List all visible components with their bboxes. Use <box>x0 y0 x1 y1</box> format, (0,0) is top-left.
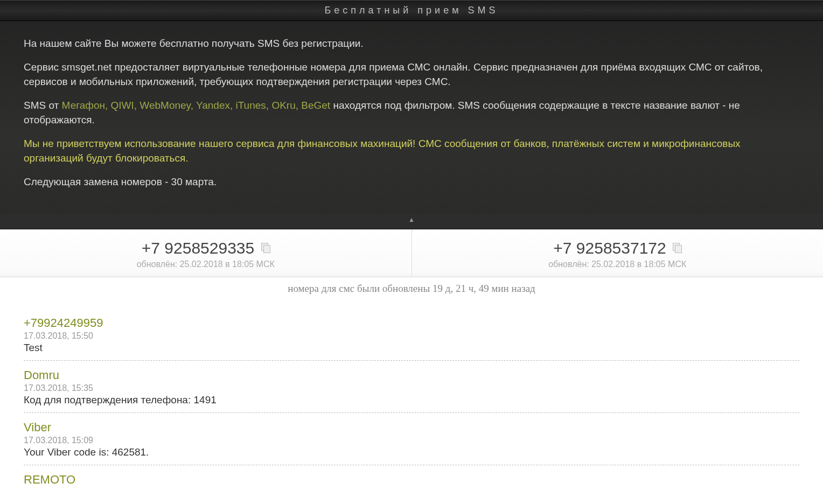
intro-p3-prefix: SMS от <box>24 100 62 111</box>
phone-number: +7 9258537172 <box>553 239 666 257</box>
sms-sender: REMOTO <box>24 473 799 487</box>
sms-body: Your Viber code is: 462581. <box>24 446 799 458</box>
sms-sender: Domru <box>24 368 799 382</box>
sms-timestamp: 17.03.2018, 15:50 <box>24 331 799 341</box>
copy-icon[interactable] <box>673 243 681 253</box>
phone-updated-label: обновлён: 25.02.2018 в 18:05 МСК <box>0 260 412 269</box>
intro-paragraph-2: Сервис smsget.net предосталяет виртуальн… <box>24 60 799 89</box>
sms-item: REMOTO <box>24 465 799 487</box>
sms-sender: +79924249959 <box>24 316 799 330</box>
sms-item: Domru 17.03.2018, 15:35 Код для подтверж… <box>24 361 799 413</box>
intro-paragraph-3: SMS от Мегафон, QIWI, WebMoney, Yandex, … <box>24 98 799 128</box>
sms-timestamp: 17.03.2018, 15:09 <box>24 436 799 445</box>
sms-list: +79924249959 17.03.2018, 15:50 Test Domr… <box>0 304 823 487</box>
sms-item: +79924249959 17.03.2018, 15:50 Test <box>24 309 799 361</box>
sms-sender: Viber <box>24 421 799 435</box>
sms-body: Код для подтверждения телефона: 1491 <box>24 394 799 406</box>
filtered-services-link[interactable]: Мегафон, QIWI, WebMoney, Yandex, iTunes,… <box>62 100 331 111</box>
phone-number-cell: +7 9258537172 обновлён: 25.02.2018 в 18:… <box>412 229 824 277</box>
intro-section: На нашем сайте Вы можете бесплатно получ… <box>0 21 823 214</box>
sms-body: Test <box>24 342 799 354</box>
intro-paragraph-1: На нашем сайте Вы можете бесплатно получ… <box>24 36 799 51</box>
phone-numbers-row: +7 9258529335 обновлён: 25.02.2018 в 18:… <box>0 229 823 277</box>
intro-warning: Мы не приветствуем использование нашего … <box>24 136 799 166</box>
intro-next-change: Следующая замена номеров - 30 марта. <box>24 174 799 190</box>
sms-timestamp: 17.03.2018, 15:35 <box>24 383 799 393</box>
phone-updated-label: обновлён: 25.02.2018 в 18:05 МСК <box>412 260 824 269</box>
chevron-up-icon: ▲ <box>408 216 415 223</box>
phone-number-cell: +7 9258529335 обновлён: 25.02.2018 в 18:… <box>0 229 412 277</box>
page-header: Бесплатный прием SMS <box>0 0 823 21</box>
page-title: Бесплатный прием SMS <box>324 5 498 16</box>
refresh-info: номера для смс были обновлены 19 д, 21 ч… <box>0 277 823 304</box>
copy-icon[interactable] <box>261 243 270 253</box>
collapse-toggle[interactable]: ▲ <box>0 214 823 229</box>
phone-number: +7 9258529335 <box>142 239 254 257</box>
sms-item: Viber 17.03.2018, 15:09 Your Viber code … <box>24 413 799 465</box>
